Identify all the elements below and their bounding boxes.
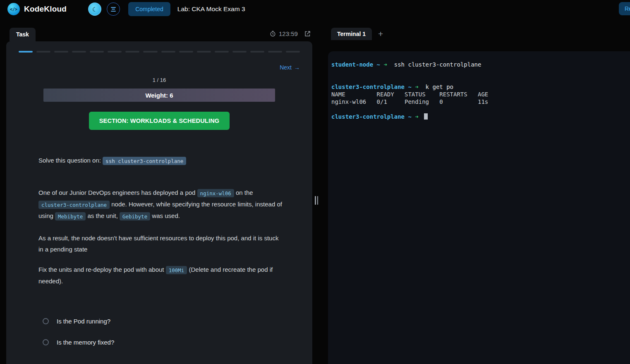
terminal-line — [331, 105, 626, 113]
section-button[interactable]: SECTION: WORKLOADS & SCHEDULING — [89, 112, 230, 130]
terminal-output[interactable]: student-node ~ ➜ ssh cluster3-controlpla… — [328, 51, 630, 364]
question-paragraph: As a result, the node doesn't have suffi… — [38, 232, 283, 255]
progress-segment — [286, 51, 300, 53]
next-button[interactable]: Next→ — [280, 64, 300, 71]
terminal-line: cluster3-controlplane ~ ➜ — [331, 113, 626, 120]
progress-segment — [161, 51, 175, 53]
progress-segment — [19, 51, 33, 53]
question-paragraph: Fix the units and re-deploy the pod with… — [38, 264, 283, 287]
progress-segment — [108, 51, 122, 53]
progress-segment — [250, 51, 264, 53]
kodekloud-logo-icon: </> — [7, 3, 20, 15]
progress-bar — [19, 51, 300, 53]
progress-segment — [36, 51, 50, 53]
progress-segment — [268, 51, 282, 53]
arrow-right-icon: → — [294, 64, 300, 71]
inline-code: Mebibyte — [55, 212, 86, 220]
theme-toggle-button[interactable]: ☾ — [88, 2, 101, 16]
progress-segment — [179, 51, 193, 53]
check-item: Is the memory fixed? — [43, 337, 283, 348]
terminal-cursor — [424, 113, 428, 120]
progress-segment — [90, 51, 104, 53]
panel-resize-handle[interactable] — [315, 196, 318, 205]
clock-icon — [270, 31, 276, 37]
lab-title: Lab: CKA Mock Exam 3 — [177, 5, 245, 13]
inline-code: Gebibyte — [120, 212, 150, 220]
progress-segment — [125, 51, 139, 53]
inline-code: ssh cluster3-controlplane — [103, 157, 186, 165]
check-item: Is the Pod running? — [43, 316, 283, 327]
expand-icon — [304, 31, 311, 37]
progress-segment — [72, 51, 86, 53]
status-badge: Completed — [128, 2, 170, 16]
header: </> KodeKloud ☾ Completed Lab: CKA Mock … — [0, 0, 630, 18]
terminal-line: NAME READY STATUS RESTARTS AGE — [331, 91, 626, 98]
terminal-line: student-node ~ ➜ ssh cluster3-controlpla… — [331, 61, 626, 68]
timer-value: 123:59 — [279, 30, 298, 37]
menu-icon — [111, 6, 116, 12]
terminal-line — [331, 76, 626, 83]
check-list: Is the Pod running?Is the memory fixed? — [43, 316, 283, 348]
brand: </> KodeKloud — [7, 3, 67, 15]
question-paragraph: One of our Junior DevOps engineers has d… — [38, 187, 283, 222]
tab-task[interactable]: Task — [10, 28, 36, 41]
inline-code: nginx-wl06 — [197, 189, 234, 197]
question-body: Solve this question on: ssh cluster3-con… — [38, 155, 283, 348]
terminal-line: cluster3-controlplane ~ ➜ k get po — [331, 83, 626, 91]
radio-button[interactable] — [43, 318, 49, 324]
expand-button[interactable] — [304, 31, 311, 38]
weight-banner: Weight: 6 — [43, 89, 275, 102]
task-panel: Next→ 1 / 16 Weight: 6 SECTION: WORKLOAD… — [6, 41, 312, 364]
task-timer: 123:59 — [270, 30, 298, 37]
step-indicator: 1 / 16 — [6, 77, 312, 83]
next-row: Next→ — [6, 64, 300, 71]
terminal-line — [331, 68, 626, 76]
progress-segment — [215, 51, 229, 53]
moon-icon: ☾ — [92, 6, 97, 12]
brand-name: KodeKloud — [24, 5, 67, 14]
tab-terminal-1[interactable]: Terminal 1 — [331, 28, 372, 40]
progress-segment — [143, 51, 157, 53]
question-solve-line: Solve this question on: ssh cluster3-con… — [38, 155, 283, 166]
radio-button[interactable] — [43, 339, 49, 345]
progress-segment — [197, 51, 211, 53]
progress-segment — [54, 51, 68, 53]
add-terminal-button[interactable]: + — [378, 28, 383, 40]
check-label: Is the memory fixed? — [57, 337, 114, 348]
report-button[interactable]: Rep — [619, 2, 630, 15]
progress-segment — [232, 51, 247, 53]
menu-button[interactable] — [107, 2, 120, 16]
check-label: Is the Pod running? — [57, 316, 110, 327]
inline-code: cluster3-controlplane — [38, 201, 110, 209]
inline-code: 100Mi — [166, 266, 187, 274]
terminal-line: nginx-wl06 0/1 Pending 0 11s — [331, 98, 626, 105]
